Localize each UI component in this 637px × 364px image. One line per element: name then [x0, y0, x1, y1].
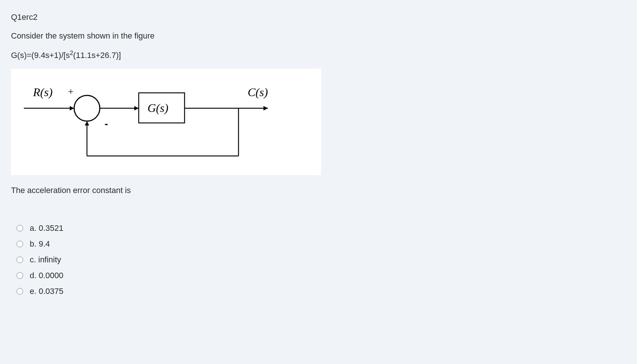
- answer-options: a. 0.3521 b. 9.4 c. infinity d. 0.0000 e…: [11, 222, 626, 297]
- radio-c[interactable]: [17, 256, 23, 263]
- option-e-label: e. 0.0375: [30, 285, 63, 297]
- option-b: b. 9.4: [17, 238, 626, 250]
- equation-superscript: 2: [70, 50, 73, 56]
- equation-suffix: (11.1s+26.7)]: [73, 51, 121, 60]
- question-intro: Consider the system shown in the figure: [11, 30, 626, 42]
- radio-b[interactable]: [17, 241, 23, 247]
- plus-sign: +: [68, 86, 74, 97]
- transfer-function-equation: G(s)=(9.4s+1)/[s2(11.1s+26.7)]: [11, 48, 626, 61]
- minus-sign: -: [105, 118, 108, 130]
- summing-junction: [74, 95, 100, 121]
- question-prompt: The acceleration error constant is: [11, 184, 626, 196]
- feedback-arrowhead: [85, 121, 89, 125]
- question-id: Q1erc2: [11, 11, 626, 23]
- feedback-loop-svg: R(s) + G(s) C(s) -: [11, 69, 321, 175]
- radio-d[interactable]: [17, 272, 23, 279]
- block-label: G(s): [148, 101, 168, 114]
- input-label: R(s): [33, 85, 52, 99]
- option-b-label: b. 9.4: [30, 238, 50, 250]
- option-d-label: d. 0.0000: [30, 269, 63, 281]
- equation-prefix: G(s)=(9.4s+1)/[s: [11, 51, 70, 60]
- option-a-label: a. 0.3521: [30, 222, 63, 234]
- radio-e[interactable]: [17, 288, 23, 295]
- sum-to-block-arrowhead: [134, 106, 139, 110]
- option-c-label: c. infinity: [30, 254, 61, 266]
- output-arrowhead: [263, 106, 268, 110]
- radio-a[interactable]: [17, 225, 23, 232]
- input-arrowhead: [70, 106, 74, 110]
- output-label: C(s): [248, 85, 268, 99]
- block-diagram: R(s) + G(s) C(s) -: [11, 69, 321, 175]
- option-c: c. infinity: [17, 254, 626, 266]
- option-e: e. 0.0375: [17, 285, 626, 297]
- option-a: a. 0.3521: [17, 222, 626, 234]
- option-d: d. 0.0000: [17, 269, 626, 281]
